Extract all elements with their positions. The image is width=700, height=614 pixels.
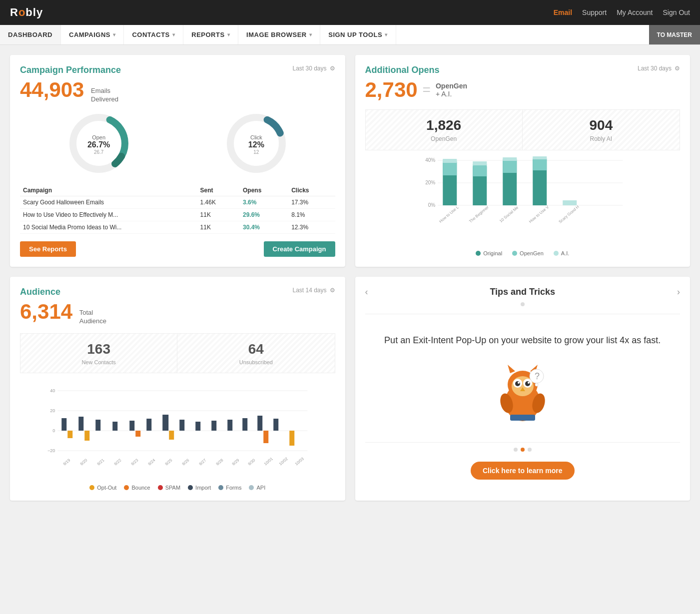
tips-bottom-dots <box>365 448 681 452</box>
forms-dot <box>218 485 223 490</box>
campaign-clicks: 12.3% <box>288 221 335 234</box>
nav-signup-tools[interactable]: SIGN UP TOOLS ▾ <box>320 25 396 44</box>
opengen-box: 1,826 OpenGen <box>366 110 523 150</box>
gear-icon[interactable]: ⚙ <box>330 287 335 294</box>
owl-mascot-svg: ? <box>493 357 553 422</box>
audience-meta: Last 14 days ⚙ <box>292 287 335 294</box>
campaign-period: Last 30 days <box>292 65 326 72</box>
campaign-clicks: 17.3% <box>288 196 335 209</box>
svg-text:How to Use L: How to Use L <box>438 205 460 224</box>
campaign-card-title: Campaign Performance <box>20 65 121 75</box>
gear-icon[interactable]: ⚙ <box>330 65 335 72</box>
nav-reports[interactable]: REPORTS ▾ <box>183 25 238 44</box>
svg-rect-27 <box>563 200 577 205</box>
tips-header: ‹ Tips and Tricks › <box>365 287 681 297</box>
equals-icon: = <box>423 82 431 98</box>
campaign-name: Scary Good Halloween Emails <box>20 196 197 209</box>
svg-point-81 <box>518 382 520 384</box>
spam-dot <box>158 485 163 490</box>
svg-rect-46 <box>162 415 168 431</box>
tips-prev-button[interactable]: ‹ <box>365 287 368 297</box>
learn-more-button[interactable]: Click here to learn more <box>471 462 575 480</box>
tips-action-area: Click here to learn more <box>365 457 681 485</box>
ai-dot <box>554 251 559 256</box>
tips-title: Tips and Tricks <box>490 287 555 297</box>
my-account-nav-link[interactable]: My Account <box>617 8 653 16</box>
dashboard-content: Campaign Performance Last 30 days ⚙ 44,9… <box>0 45 700 511</box>
svg-text:9/24: 9/24 <box>147 458 156 466</box>
tips-content: Put an Exit-Intent Pop-Up on your websit… <box>365 324 681 437</box>
nav-campaigns[interactable]: CAMPAIGNS ▾ <box>61 25 124 44</box>
svg-text:10/02: 10/02 <box>278 456 289 466</box>
svg-rect-54 <box>263 431 268 443</box>
support-nav-link[interactable]: Support <box>582 8 607 16</box>
audience-total-section: 6,314 Total Audience <box>20 300 335 325</box>
svg-rect-53 <box>257 416 262 431</box>
svg-rect-50 <box>211 421 216 431</box>
svg-rect-42 <box>112 422 117 431</box>
opengen-dot <box>512 251 517 256</box>
new-contacts-box: 163 New Contacts <box>20 334 177 373</box>
svg-text:10/01: 10/01 <box>263 456 274 466</box>
see-reports-button[interactable]: See Reports <box>20 241 76 257</box>
chevron-down-icon: ▾ <box>172 32 175 37</box>
logo[interactable]: Robly <box>10 6 43 19</box>
campaign-sent: 11K <box>197 209 240 221</box>
nav-contacts[interactable]: CONTACTS ▾ <box>124 25 183 44</box>
top-nav-links: Email Support My Account Sign Out <box>554 8 690 16</box>
click-rate-donut: Click 12% 12 <box>224 111 289 177</box>
svg-rect-55 <box>273 419 278 431</box>
svg-rect-25 <box>533 156 547 159</box>
original-label: Original <box>483 250 502 256</box>
click-donut-center: Click 12% 12 <box>248 134 264 154</box>
robly-ai-label: Robly AI <box>528 135 675 142</box>
svg-point-79 <box>515 381 520 386</box>
additional-opens-card: Additional Opens Last 30 days ⚙ 2,730 = … <box>355 55 691 267</box>
email-nav-link[interactable]: Email <box>554 8 572 16</box>
tips-dot-3 <box>528 448 532 452</box>
opt-out-dot <box>89 485 94 490</box>
svg-rect-13 <box>443 159 457 163</box>
legend-opengen: OpenGen <box>512 250 544 256</box>
unsubscribed-box: 64 Unsubscribed <box>177 334 334 373</box>
svg-rect-86 <box>510 415 535 421</box>
opengen-count: 1,826 <box>371 117 517 133</box>
campaign-table-wrapper: Campaign Sent Opens Clicks Scary Good Ha… <box>20 185 335 234</box>
svg-text:0%: 0% <box>428 202 435 208</box>
svg-rect-47 <box>169 431 174 440</box>
svg-text:10 Social Me: 10 Social Me <box>499 205 520 223</box>
create-campaign-button[interactable]: Create Campaign <box>264 241 335 257</box>
svg-rect-21 <box>503 157 517 161</box>
donut-charts-row: Open 26.7% 26.7 Click 12% 12 <box>20 111 335 177</box>
col-opens: Opens <box>240 185 288 196</box>
additional-opens-period: Last 30 days <box>638 65 672 72</box>
additional-opens-header: Additional Opens Last 30 days ⚙ <box>365 65 681 75</box>
svg-rect-20 <box>503 159 517 173</box>
robly-ai-box: 904 Robly AI <box>523 110 680 150</box>
chevron-down-icon: ▾ <box>113 32 116 37</box>
open-rate-donut: Open 26.7% 26.7 <box>66 111 131 177</box>
tips-and-tricks-card: ‹ Tips and Tricks › Put an Exit-Intent P… <box>355 277 691 500</box>
to-master-button[interactable]: TO MASTER <box>649 25 700 44</box>
opt-out-label: Opt-Out <box>97 485 116 491</box>
table-actions: See Reports Create Campaign <box>20 241 335 257</box>
svg-text:9/21: 9/21 <box>96 458 105 466</box>
nav-dashboard[interactable]: DASHBOARD <box>0 25 61 44</box>
audience-total-label: Total Audience <box>79 309 106 326</box>
campaign-sent: 11K <box>197 221 240 234</box>
svg-text:Scary Good H: Scary Good H <box>558 204 580 224</box>
sign-out-nav-link[interactable]: Sign Out <box>663 8 690 16</box>
svg-text:−20: −20 <box>47 448 55 453</box>
campaign-name: 10 Social Media Promo Ideas to Wi... <box>20 221 197 234</box>
col-sent: Sent <box>197 185 240 196</box>
gear-icon[interactable]: ⚙ <box>675 65 680 72</box>
tips-next-button[interactable]: › <box>677 287 680 297</box>
opengen-ai-label: OpenGen + A.I. <box>436 82 467 98</box>
campaign-opens: 29.6% <box>240 209 288 221</box>
nav-image-browser[interactable]: IMAGE BROWSER ▾ <box>238 25 320 44</box>
svg-text:9/30: 9/30 <box>247 458 256 466</box>
audience-total-number: 6,314 <box>20 300 72 324</box>
svg-rect-17 <box>473 161 487 165</box>
svg-text:9/25: 9/25 <box>164 458 173 466</box>
opengen-label: OpenGen <box>371 135 517 142</box>
